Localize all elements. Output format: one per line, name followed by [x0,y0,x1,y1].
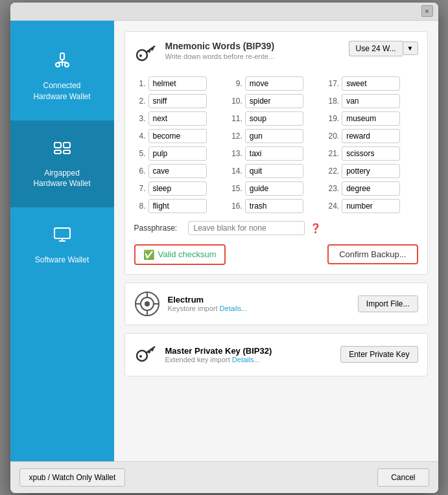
private-key-icon [134,341,158,368]
word-input-12[interactable] [245,129,303,143]
word-input-18[interactable] [342,94,400,108]
checksum-row: ✅ Valid checksum Confirm Backup... [134,244,418,265]
word-input-14[interactable] [245,164,303,178]
close-button[interactable]: × [421,5,433,17]
word-row-10: 10. [231,94,321,108]
word-row-20: 20. [327,129,418,143]
word-num-3: 3. [134,114,146,123]
word-num-10: 10. [231,97,242,106]
help-icon[interactable]: ❓ [310,223,321,233]
word-row-21: 21. [327,146,418,161]
svg-rect-0 [60,53,64,60]
svg-point-3 [56,63,60,67]
word-input-15[interactable] [245,181,303,196]
mnemonic-section: Mnemonic Words (BIP39) Write down words … [124,31,428,275]
word-row-3: 3. [134,111,224,126]
word-input-7[interactable] [148,181,207,196]
electrum-details-link[interactable]: Details... [220,305,248,312]
word-input-24[interactable] [342,199,400,213]
word-row-1: 1. [134,76,224,91]
electrum-subtitle: Keystore import Details... [168,305,350,312]
passphrase-row: Passphrase: ❓ [134,221,418,235]
word-input-1[interactable] [148,76,207,91]
word-num-11: 11. [231,114,242,123]
word-input-13[interactable] [245,146,303,161]
private-key-subtitle: Extended key import Details... [165,356,333,363]
word-row-6: 6. [134,164,224,178]
word-row-16: 16. [231,199,321,213]
confirm-backup-button[interactable]: Confirm Backup... [327,244,418,264]
use-24w-button[interactable]: Use 24 W... [349,41,403,56]
electrum-keystore-label: Keystore import [168,305,218,312]
title-bar: × [10,3,438,21]
svg-rect-6 [64,143,70,148]
usb-icon [53,52,71,76]
enter-private-key-button[interactable]: Enter Private Key [340,346,418,363]
word-input-23[interactable] [342,181,400,196]
word-num-18: 18. [327,97,339,106]
private-key-details-link[interactable]: Details... [232,356,260,363]
svg-point-4 [65,63,69,67]
checkmark-icon: ✅ [143,249,154,260]
word-row-11: 11. [231,111,321,126]
svg-point-24 [137,351,147,361]
word-row-18: 18. [327,94,418,108]
words-col-2: 9. 10. 11. 12. [231,76,321,213]
word-num-4: 4. [134,132,146,141]
main-content: Mnemonic Words (BIP39) Write down words … [114,21,438,461]
word-input-3[interactable] [148,111,207,126]
word-row-4: 4. [134,129,224,143]
word-input-17[interactable] [342,76,400,91]
word-num-9: 9. [231,79,242,88]
word-row-12: 12. [231,129,321,143]
word-input-9[interactable] [245,76,303,91]
use-24w-dropdown-button[interactable]: ▼ [403,41,418,55]
private-key-info: Master Private Key (BIP32) Extended key … [165,346,333,363]
word-num-5: 5. [134,149,146,158]
word-input-8[interactable] [148,199,207,213]
word-num-8: 8. [134,201,146,211]
word-input-16[interactable] [245,199,303,213]
sidebar-item-software-wallet[interactable]: Software Wallet [10,207,114,284]
word-input-2[interactable] [148,94,207,108]
word-input-10[interactable] [245,94,303,108]
word-num-1: 1. [134,79,146,88]
word-row-7: 7. [134,181,224,196]
use-btn-group: Use 24 W... ▼ [349,41,418,56]
passphrase-input[interactable] [188,221,305,235]
sidebar-item-connected-hardware[interactable]: ConnectedHardware Wallet [10,34,114,121]
word-row-17: 17. [327,76,418,91]
import-file-button[interactable]: Import File... [358,295,418,312]
word-num-16: 16. [231,201,242,211]
private-key-section: Master Private Key (BIP32) Extended key … [124,333,428,376]
word-input-11[interactable] [245,111,303,126]
word-num-15: 15. [231,184,242,193]
word-input-6[interactable] [148,164,207,178]
word-row-23: 23. [327,181,418,196]
word-input-4[interactable] [148,129,207,143]
xpub-watch-only-button[interactable]: xpub / Watch Only Wallet [19,468,126,487]
valid-checksum-badge: ✅ Valid checksum [134,244,226,265]
word-num-7: 7. [134,184,146,193]
word-num-17: 17. [327,79,339,88]
word-input-19[interactable] [342,111,400,126]
words-col-1: 1. 2. 3. 4. [134,76,224,213]
word-input-5[interactable] [148,146,207,161]
word-row-19: 19. [327,111,418,126]
words-col-3: 17. 18. 19. 20. [327,76,418,213]
word-row-8: 8. [134,199,224,213]
electrum-section: Electrum Keystore import Details... Impo… [124,282,428,325]
word-row-5: 5. [134,146,224,161]
word-input-22[interactable] [342,164,400,178]
cancel-button[interactable]: Cancel [377,468,429,487]
electrum-icon [134,291,160,317]
sidebar-item-airgapped-hardware[interactable]: AirgappedHardware Wallet [10,121,114,207]
word-input-20[interactable] [342,129,400,143]
word-input-21[interactable] [342,146,400,161]
word-row-24: 24. [327,199,418,213]
mnemonic-title-area: Mnemonic Words (BIP39) Write down words … [165,41,341,60]
word-num-13: 13. [231,149,242,158]
words-grid: 1. 2. 3. 4. [134,76,418,213]
svg-point-28 [139,355,142,358]
mnemonic-subtitle: Write down words before re-ente... [165,52,341,60]
